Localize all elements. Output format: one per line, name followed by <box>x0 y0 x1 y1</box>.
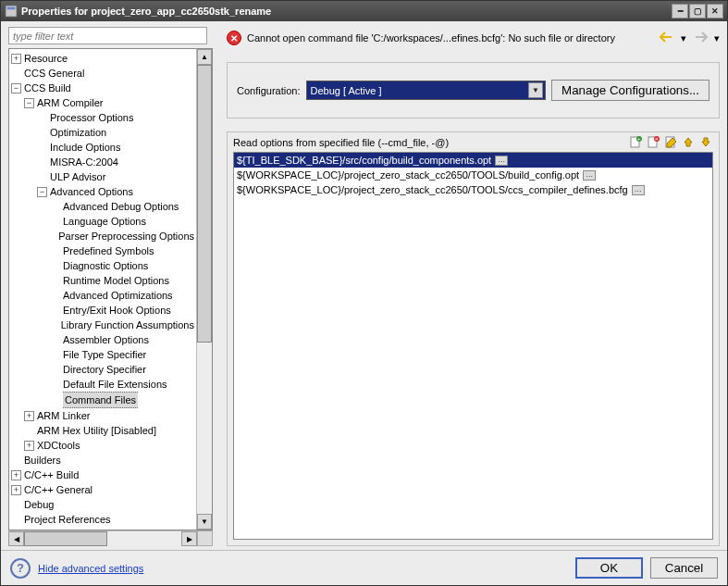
configuration-group: Configuration: Debug [ Active ] ▼ Manage… <box>227 62 720 118</box>
tree-item[interactable]: C/C++ Build <box>24 468 79 482</box>
tree-item[interactable]: MISRA-C:2004 <box>50 155 118 169</box>
left-panel: +Resource CCS General −CCS Build −ARM Co… <box>1 21 216 550</box>
forward-dropdown-icon[interactable]: ▾ <box>714 32 720 44</box>
ok-button[interactable]: OK <box>575 557 643 579</box>
tree-item[interactable]: Include Options <box>50 140 120 155</box>
tree-item[interactable]: CCS General <box>24 66 84 81</box>
move-down-icon[interactable] <box>699 135 713 149</box>
list-label: Read options from specified file (--cmd_… <box>233 137 625 148</box>
tree-item[interactable]: ULP Advisor <box>50 169 105 184</box>
tree-item[interactable]: Parser Preprocessing Options <box>58 229 194 243</box>
command-files-list[interactable]: ${TI_BLE_SDK_BASE}/src/config/build_comp… <box>233 152 713 540</box>
tree-item[interactable]: Library Function Assumptions <box>61 318 194 332</box>
scroll-thumb[interactable] <box>24 531 107 546</box>
browse-button[interactable]: … <box>632 185 645 195</box>
window-title: Properties for project_zero_app_cc2650st… <box>21 6 668 17</box>
horizontal-scrollbar[interactable]: ◀ ▶ <box>8 530 197 546</box>
back-button[interactable] <box>659 31 675 45</box>
close-button[interactable]: ✕ <box>707 4 723 19</box>
manage-configurations-button[interactable]: Manage Configurations... <box>551 80 709 101</box>
tree-item[interactable]: ARM Compiler <box>37 95 104 110</box>
list-item[interactable]: ${TI_BLE_SDK_BASE}/src/config/build_comp… <box>234 153 712 168</box>
dropdown-icon[interactable]: ▼ <box>528 82 543 98</box>
scroll-down-icon[interactable]: ▼ <box>197 514 212 530</box>
configuration-label: Configuration: <box>237 85 301 96</box>
browse-button[interactable]: … <box>583 170 596 181</box>
cancel-button[interactable]: Cancel <box>650 557 718 579</box>
list-item[interactable]: ${WORKSPACE_LOC}/project_zero_stack_cc26… <box>234 182 712 197</box>
footer-bar: ? Hide advanced settings OK Cancel <box>1 550 727 585</box>
collapse-icon[interactable]: − <box>24 98 34 108</box>
tree-item[interactable]: Entry/Exit Hook Options <box>63 303 171 318</box>
expand-icon[interactable]: + <box>11 485 21 495</box>
tree-item[interactable]: XDCtools <box>37 438 80 453</box>
move-up-icon[interactable] <box>682 135 696 149</box>
tree-item[interactable]: Assembler Options <box>63 332 149 347</box>
tree-item-selected[interactable]: Command Files <box>63 392 138 408</box>
tree-item[interactable]: Diagnostic Options <box>63 258 148 273</box>
tree-item[interactable]: Advanced Debug Options <box>63 199 179 214</box>
collapse-icon[interactable]: − <box>37 187 47 197</box>
scroll-thumb[interactable] <box>197 65 212 343</box>
tree-item[interactable]: Resource <box>24 51 68 66</box>
vertical-scrollbar[interactable]: ▲ ▼ <box>196 49 212 530</box>
expand-icon[interactable]: + <box>11 54 21 64</box>
configuration-value: Debug [ Active ] <box>311 85 382 96</box>
edit-file-icon[interactable] <box>664 135 678 149</box>
list-item-text: ${WORKSPACE_LOC}/project_zero_stack_cc26… <box>237 183 628 196</box>
tree-item[interactable]: Debug <box>24 497 54 512</box>
tree-item[interactable]: Runtime Model Options <box>63 273 169 288</box>
browse-button[interactable]: … <box>495 156 508 166</box>
scroll-right-icon[interactable]: ▶ <box>181 531 197 546</box>
tree-item[interactable]: Language Options <box>63 214 146 229</box>
filter-input[interactable] <box>8 27 207 44</box>
expand-icon[interactable]: + <box>11 470 21 480</box>
right-panel: ✕ Cannot open command file 'C:/workspace… <box>221 21 727 550</box>
collapse-icon[interactable]: − <box>11 83 21 94</box>
tree-item[interactable]: File Type Specifier <box>63 347 146 362</box>
tree-item[interactable]: ARM Hex Utility [Disabled] <box>37 423 156 438</box>
tree-item[interactable]: Optimization <box>50 125 106 140</box>
list-item-text: ${TI_BLE_SDK_BASE}/src/config/build_comp… <box>237 154 491 167</box>
tree-item[interactable]: CCS Build <box>24 81 71 95</box>
expand-icon[interactable]: + <box>24 411 34 421</box>
remove-file-icon[interactable]: × <box>647 135 660 149</box>
scroll-left-icon[interactable]: ◀ <box>8 531 24 546</box>
resize-grip <box>197 530 213 546</box>
tree-item[interactable]: ARM Linker <box>37 408 90 423</box>
list-item-text: ${WORKSPACE_LOC}/project_zero_stack_cc26… <box>237 168 579 181</box>
maximize-button[interactable]: ▢ <box>689 4 706 19</box>
error-message: Cannot open command file 'C:/workspaces/… <box>247 32 653 44</box>
tree-item[interactable]: Predefined Symbols <box>63 243 154 258</box>
svg-rect-1 <box>7 7 16 10</box>
help-icon[interactable]: ? <box>10 558 31 579</box>
list-item[interactable]: ${WORKSPACE_LOC}/project_zero_stack_cc26… <box>234 168 712 182</box>
tree-item[interactable]: Advanced Options <box>50 184 133 199</box>
title-bar: Properties for project_zero_app_cc2650st… <box>1 1 727 21</box>
expand-icon[interactable]: + <box>24 441 34 451</box>
tree-item[interactable]: Directory Specifier <box>63 362 146 377</box>
minimize-button[interactable]: ━ <box>672 4 688 19</box>
svg-text:+: + <box>637 136 641 142</box>
tree-item[interactable]: Builders <box>24 453 61 468</box>
configuration-select[interactable]: Debug [ Active ] ▼ <box>306 81 547 100</box>
tree-item[interactable]: Advanced Optimizations <box>63 288 173 303</box>
tree-item[interactable]: Project References <box>24 512 111 527</box>
add-file-icon[interactable]: + <box>629 135 643 149</box>
tree-item[interactable]: Processor Options <box>50 110 133 125</box>
properties-tree[interactable]: +Resource CCS General −CCS Build −ARM Co… <box>9 49 196 529</box>
svg-text:×: × <box>655 136 659 142</box>
back-dropdown-icon[interactable]: ▾ <box>681 32 686 44</box>
scroll-up-icon[interactable]: ▲ <box>197 49 212 65</box>
error-icon: ✕ <box>227 31 241 45</box>
tree-item[interactable]: C/C++ General <box>24 482 93 497</box>
app-icon <box>5 5 18 18</box>
forward-button[interactable] <box>692 31 709 45</box>
hide-advanced-link[interactable]: Hide advanced settings <box>38 563 143 574</box>
tree-item[interactable]: Default File Extensions <box>63 377 167 392</box>
